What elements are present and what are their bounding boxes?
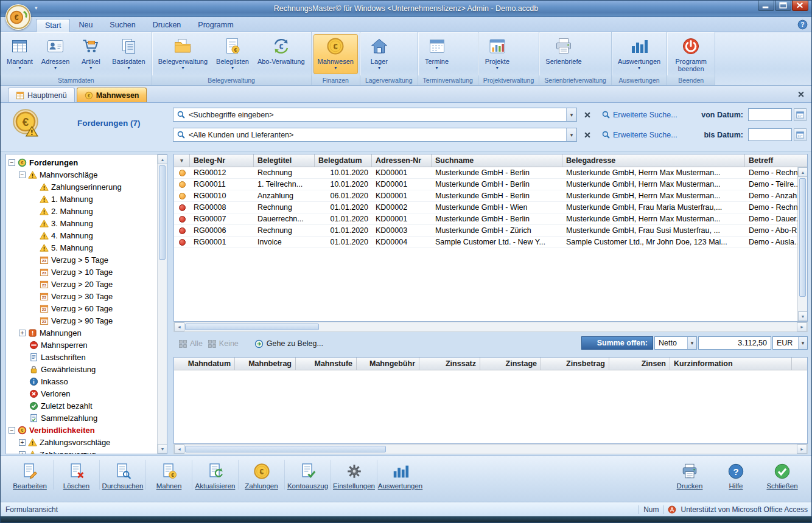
column-header-adressen-nr[interactable]: Adressen-Nr [372,154,432,167]
toolbar-button-bearbeiten[interactable]: Bearbeiten [7,460,53,490]
chevron-down-icon[interactable]: ▾ [566,128,576,141]
date-picker-button[interactable] [794,108,807,121]
maximize-button[interactable] [775,1,791,11]
ribbon-item-programm-beenden[interactable]: Programm beenden [669,34,713,74]
minimize-button[interactable] [758,1,774,11]
tree-item-verzug-10-tage[interactable]: 23Verzug > 10 Tage [6,266,156,278]
column-header-belegdatum[interactable]: Belegdatum [315,154,372,167]
tree-item-verzug-30-tage[interactable]: 23Verzug > 30 Tage [6,290,156,302]
toolbar-button-durchsuchen[interactable]: Durchsuchen [99,460,145,490]
column-header-zinssatz[interactable]: Zinssatz [419,358,480,370]
ribbon-item-lager[interactable]: Lager▾ [362,34,396,74]
tree-item-zahlungsvorschlage[interactable]: +Zahlungsvorschläge [6,436,156,448]
scroll-left-icon[interactable]: ◄ [174,445,184,454]
chevron-down-icon[interactable]: ▾ [687,337,696,349]
toolbar-button-loschen[interactable]: Löschen [53,460,99,490]
tree-item-verzug-20-tage[interactable]: 23Verzug > 20 Tage [6,278,156,290]
tree-item-mahnsperren[interactable]: Mahnsperren [6,339,156,351]
search-combo-2[interactable]: <Alle Kunden und Lieferanten>▾ [173,128,577,142]
collapse-icon[interactable]: − [19,171,26,178]
ribbon-tab-neu[interactable]: Neu [70,19,101,32]
expand-icon[interactable]: + [19,439,26,446]
tree-item-zahlungserinnerung[interactable]: Zahlungserinnerung [6,181,156,193]
scroll-down-icon[interactable]: ▼ [158,444,167,454]
scroll-thumb[interactable] [185,446,386,452]
ribbon-item-abo-verwaltung[interactable]: €Abo-Verwaltung [253,34,309,74]
record-selector-header[interactable]: ▾ [174,154,190,167]
chevron-down-icon[interactable]: ▾ [798,337,807,349]
collapse-icon[interactable]: − [9,159,15,166]
scroll-right-icon[interactable]: ► [797,445,807,454]
table-row[interactable]: RG00006Rechnung01.01.2020KD00003Musterku… [174,225,807,237]
column-header-belegadresse[interactable]: Belegadresse [562,154,745,167]
column-header-zinsbetrag[interactable]: Zinsbetrag [541,358,609,370]
tree-item-sammelzahlung[interactable]: Sammelzahlung [6,412,156,424]
ribbon-item-adressen[interactable]: Adressen▾ [37,34,74,74]
ribbon-tab-suchen[interactable]: Suchen [101,19,144,32]
expand-icon[interactable]: + [19,451,26,454]
application-button[interactable]: € [5,4,31,30]
column-header-b[interactable]: B [792,358,807,370]
view-tab-mahnwesen[interactable]: €Mahnwesen [77,88,147,102]
column-header-beleg-nr[interactable]: Beleg-Nr [190,154,254,167]
tree-item-zuletzt-bezahlt[interactable]: Zuletzt bezahlt [6,400,156,412]
toolbar-button-mahnen[interactable]: €Mahnen [145,460,192,490]
scroll-thumb[interactable] [799,178,806,297]
column-header-betreff[interactable]: Betreff [745,154,807,167]
scroll-thumb[interactable] [159,165,166,260]
tree-item-mahnvorschlage[interactable]: −Mahnvorschläge [6,168,156,181]
clear-filter-button[interactable] [582,109,593,120]
tree-item-zahlungsverzug[interactable]: +Zahlungsverzug [6,448,156,454]
tree-item-5-mahnung[interactable]: 5. Mahnung [6,241,156,254]
toolbar-button-schliessen[interactable]: Schließen [759,460,805,490]
clear-filter-button[interactable] [582,130,593,140]
toolbar-button-drucken[interactable]: Drucken [667,460,713,490]
ribbon-item-basisdaten[interactable]: Basisdaten▾ [108,34,149,74]
tree-item-gewahrleistung[interactable]: Gewährleistung [6,363,156,375]
table-row[interactable]: RG00010Anzahlung06.01.2020KD00001Musterk… [174,190,807,202]
scroll-down-icon[interactable]: ▼ [798,311,808,321]
toolbar-button-zahlungen[interactable]: €Zahlungen [238,460,284,490]
search-combo-1[interactable]: <Suchbegriffe eingeben>▾ [173,108,577,122]
ribbon-item-artikel[interactable]: Artikel▾ [74,34,108,74]
select-none-button[interactable]: Keine [208,339,239,348]
toolbar-button-hilfe[interactable]: ?Hilfe [713,460,759,490]
help-button[interactable]: ? [797,19,808,30]
ribbon-tab-drucken[interactable]: Drucken [144,19,190,32]
ribbon-item-belegverwaltung[interactable]: Belegverwaltung▾ [154,34,212,74]
tree-item-inkasso[interactable]: Inkasso [6,375,156,387]
ribbon-item-termine[interactable]: Termine▾ [420,34,454,74]
ribbon-item-beleglisten[interactable]: €Beleglisten▾ [212,34,253,74]
view-tab-hauptmenu[interactable]: Hauptmenü [8,88,75,102]
scroll-up-icon[interactable]: ▲ [158,154,167,164]
table-row[interactable]: RG00008Rechnung01.01.2020KD00002Musterku… [174,202,807,213]
tree-item-lastschriften[interactable]: Lastschriften [6,351,156,363]
advanced-search-link[interactable]: Erweiterte Suche... [601,130,677,139]
column-header-kurzinformation[interactable]: Kurzinformation [670,358,792,370]
currency-select[interactable]: EUR ▾ [772,336,808,350]
ribbon-item-projekte[interactable]: Projekte▾ [480,34,514,74]
scroll-left-icon[interactable]: ◄ [174,322,184,331]
table-row[interactable]: RG000111. Teilrechn...10.01.2020KD00001M… [174,179,807,190]
toolbar-button-aktualisieren[interactable]: Aktualisieren [192,460,238,490]
tree-item-verloren[interactable]: Verloren [6,387,156,400]
tree-item-4-mahnung[interactable]: 4. Mahnung [6,229,156,241]
column-header-mahngebuhr[interactable]: Mahngebühr [357,358,419,370]
column-header-mahndatum[interactable]: Mahndatum [174,358,235,370]
select-all-button[interactable]: Alle [178,339,203,348]
toolbar-button-einstellungen[interactable]: Einstellungen [331,460,377,490]
tree-item-forderungen[interactable]: −€Forderungen [6,156,156,168]
date-picker-button[interactable] [794,128,807,141]
ribbon-item-auswertungen[interactable]: Auswertungen▾ [614,34,665,74]
net-gross-select[interactable]: Netto ▾ [654,336,697,350]
tree-item-verzug-90-tage[interactable]: 23Verzug > 90 Tage [6,314,156,327]
column-header-suchname[interactable]: Suchname [432,154,562,167]
collapse-icon[interactable]: − [9,427,15,434]
tree-item-verbindlichkeiten[interactable]: −€Verbindlichkeiten [6,424,156,436]
tree-item-verzug-5-tage[interactable]: 23Verzug > 5 Tage [6,254,156,266]
tree-item-3-mahnung[interactable]: 3. Mahnung [6,217,156,229]
dunning-table-hscrollbar[interactable]: ◄ ► [173,444,808,454]
table-row[interactable]: RG00007Dauerrechn...01.01.2020KD00001Mus… [174,213,807,225]
toolbar-button-auswertungen[interactable]: Auswertungen [377,460,423,490]
table-row[interactable]: RG00001Invoice01.01.2020KD00004Sample Cu… [174,237,807,248]
